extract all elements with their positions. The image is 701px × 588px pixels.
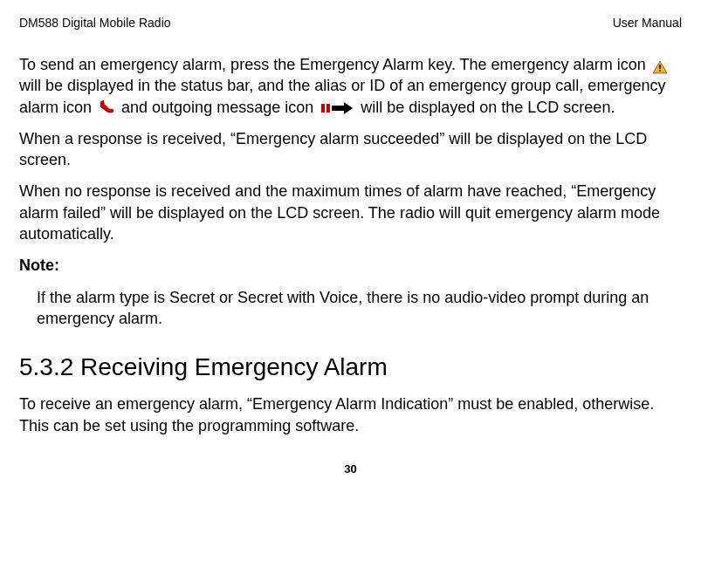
warning-triangle-icon	[652, 58, 668, 72]
page-header: DM588 Digital Mobile Radio User Manual	[19, 16, 682, 30]
svg-rect-4	[326, 104, 330, 113]
header-right: User Manual	[613, 16, 682, 30]
paragraph-2: When a response is received, “Emergency …	[19, 128, 682, 171]
svg-marker-6	[344, 102, 353, 114]
outgoing-message-arrow-icon	[320, 100, 354, 116]
page-number: 30	[19, 462, 682, 475]
para1-part3: and outgoing message icon	[121, 99, 318, 116]
para1-part1: To send an emergency alarm, press the Em…	[19, 56, 650, 73]
paragraph-1: To send an emergency alarm, press the Em…	[19, 54, 682, 118]
phone-handset-icon	[98, 99, 115, 117]
svg-rect-2	[659, 70, 661, 72]
paragraph-3: When no response is received and the max…	[19, 181, 682, 244]
para1-part4: will be displayed on the LCD screen.	[361, 99, 615, 116]
note-body: If the alarm type is Secret or Secret wi…	[37, 287, 682, 330]
paragraph-4: To receive an emergency alarm, “Emergenc…	[19, 393, 682, 436]
section-heading: 5.3.2 Receiving Emergency Alarm	[19, 353, 682, 381]
header-left: DM588 Digital Mobile Radio	[19, 16, 171, 30]
svg-rect-5	[332, 106, 344, 111]
note-label: Note:	[19, 255, 682, 276]
svg-rect-1	[659, 65, 661, 69]
svg-rect-3	[321, 104, 325, 113]
